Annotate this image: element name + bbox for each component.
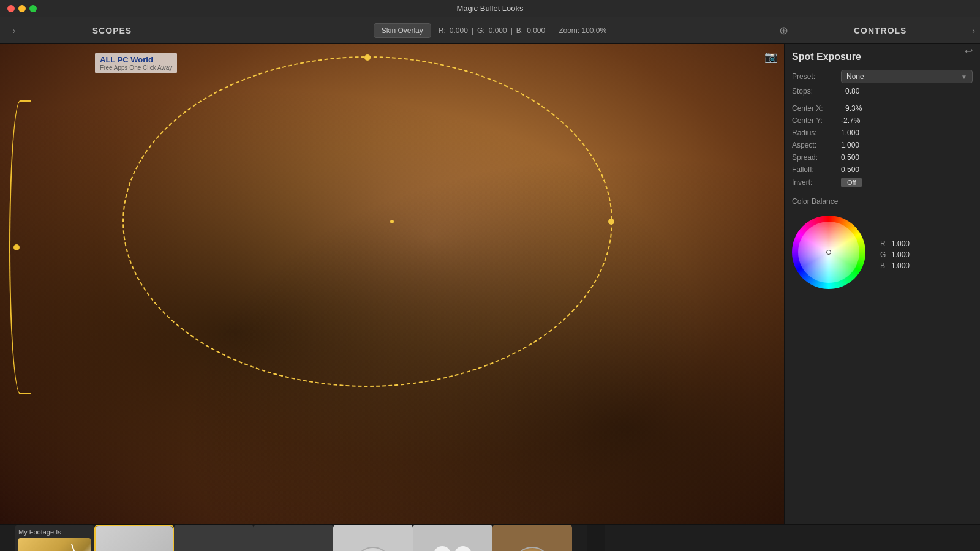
center-y-row: Center Y: -2.7% [792, 116, 973, 125]
invert-label: Invert: [792, 178, 841, 187]
bottom-strip: › My Footage Is Log ⊞ Source ✕ S Spot Ex… [0, 524, 980, 551]
window-title: Magic Bullet Looks [456, 4, 523, 13]
chevron-down-icon: ▼ [961, 73, 967, 80]
spread-label: Spread: [792, 153, 841, 162]
preview-image: ALL PC World Free Apps One Click Away 📷 [0, 44, 784, 524]
color-balance-label: Color Balance [792, 197, 973, 206]
source-card-title: My Footage Is [18, 528, 61, 536]
camera-snapshot-button[interactable]: 📷 [764, 50, 778, 64]
r-channel-value: 1.000 [891, 239, 910, 248]
aspect-row: Aspect: 1.000 [792, 141, 973, 149]
r-value: 0.000 [450, 26, 468, 35]
radius-label: Radius: [792, 129, 841, 137]
scopes-label: SCOPES [23, 26, 201, 36]
effect-card-4way-color[interactable]: ✕ 4-Way Color [413, 525, 492, 551]
film-negative-badge: F [355, 547, 391, 552]
undo-button[interactable]: ↩ [965, 45, 973, 57]
panel-title: Spot Exposure [792, 51, 973, 62]
lens-vignette1-thumbnail [174, 525, 254, 551]
falloff-row: Falloff: 0.500 [792, 165, 973, 174]
film-negative-thumbnail: F [333, 525, 413, 551]
effect-card-lens-vignette-1[interactable]: ✕ Lens Vignette [174, 525, 254, 551]
effect-card-lens-vignette-2[interactable]: ✕ Lens Vignette [254, 525, 333, 551]
r-label: R: [439, 26, 446, 35]
center-x-label: Center X: [792, 104, 841, 113]
center-x-value: +9.3% [841, 104, 973, 113]
source-card[interactable]: My Footage Is Log ⊞ Source [15, 525, 94, 551]
film-print-thumbnail: F [492, 525, 572, 551]
b-row: B 1.000 [880, 261, 910, 270]
top-toolbar: › SCOPES Skin Overlay R: 0.000 | G: 0.00… [0, 17, 980, 44]
tools-label: TOOLS [587, 525, 605, 551]
radius-value: 1.000 [841, 129, 973, 137]
color-wheel-cursor[interactable] [826, 250, 831, 255]
center-x-row: Center X: +9.3% [792, 104, 973, 113]
arc-handle-dot [13, 244, 20, 250]
lens-vignette2-thumbnail [254, 525, 333, 551]
effect-card-film-negative[interactable]: ✕ F [333, 525, 413, 551]
stops-value: +0.80 [841, 87, 973, 96]
r-row: R 1.000 [880, 239, 910, 248]
b-channel-label: B [880, 261, 888, 270]
controls-label: CONTROLS [793, 26, 967, 36]
face-background [0, 44, 784, 524]
source-card-thumbnail [18, 538, 91, 551]
zoom-value: 100.0% [582, 26, 607, 35]
color-wheel-wrapper[interactable] [792, 216, 870, 294]
strip-cards-wrapper: › My Footage Is Log ⊞ Source ✕ S Spot Ex… [0, 525, 980, 551]
aspect-label: Aspect: [792, 141, 841, 149]
b-channel-value: 1.000 [891, 261, 910, 270]
4way-thumbnail [413, 525, 492, 551]
toolbar-center: Skin Overlay R: 0.000 | G: 0.000 | B: 0.… [201, 23, 779, 38]
invert-row: Invert: Off [792, 178, 973, 187]
aspect-value: 1.000 [841, 141, 973, 149]
nav-left-button[interactable]: › [5, 21, 23, 40]
falloff-label: Falloff: [792, 165, 841, 174]
spread-value: 0.500 [841, 153, 973, 162]
toolbar-info: R: 0.000 | G: 0.000 | B: 0.000 Zoom: 100… [439, 26, 606, 35]
toolbar-left: › SCOPES [5, 21, 201, 40]
separator2: | [511, 26, 513, 35]
skin-overlay-button[interactable]: Skin Overlay [374, 23, 431, 38]
color-wheel[interactable] [792, 216, 865, 289]
g-channel-label: G [880, 250, 888, 259]
watermark: ALL PC World Free Apps One Click Away [95, 53, 177, 73]
window-controls[interactable] [7, 5, 37, 12]
right-panel: Spot Exposure Preset: None ▼ Stops: +0.8… [784, 44, 980, 524]
invert-toggle[interactable]: Off [841, 178, 862, 187]
falloff-value: 0.500 [841, 165, 973, 174]
effect-card-film-print[interactable]: ✕ F Film Print [492, 525, 572, 551]
b-label: B: [516, 26, 523, 35]
toolbar-right: ⊕ CONTROLS › [779, 24, 975, 37]
g-label: G: [477, 26, 485, 35]
maximize-button[interactable] [29, 5, 37, 12]
spot-exposure-thumbnail: S [96, 526, 173, 551]
close-button[interactable] [7, 5, 15, 12]
strip-nav-left-button[interactable]: › [0, 525, 15, 551]
minimize-button[interactable] [18, 5, 26, 12]
center-y-label: Center Y: [792, 116, 841, 125]
main-layout: ALL PC World Free Apps One Click Away 📷 … [0, 44, 980, 524]
rgb-values: R 1.000 G 1.000 B 1.000 [880, 239, 910, 270]
zoom-label: Zoom: 100.0% [559, 26, 606, 35]
g-row: G 1.000 [880, 250, 910, 259]
color-picker-icon[interactable]: ⊕ [779, 24, 788, 37]
color-wheel-container: R 1.000 G 1.000 B 1.000 [792, 216, 973, 294]
stops-label: Stops: [792, 87, 841, 96]
controls-nav-right[interactable]: › [972, 26, 975, 36]
preview-area: ALL PC World Free Apps One Click Away 📷 [0, 44, 784, 524]
strip-nav-right-button[interactable]: › [572, 525, 587, 551]
preset-label: Preset: [792, 72, 841, 81]
spread-row: Spread: 0.500 [792, 153, 973, 162]
preset-value: None [846, 72, 864, 81]
stops-row: Stops: +0.80 [792, 87, 973, 96]
b-value: 0.000 [527, 26, 545, 35]
effect-card-spot-exposure[interactable]: ✕ S Spot Exposure [94, 525, 174, 551]
preset-dropdown[interactable]: None ▼ [841, 70, 973, 83]
g-value: 0.000 [489, 26, 507, 35]
thumb-curve-line [71, 544, 89, 551]
r-channel-label: R [880, 239, 888, 248]
spot-thumb-bg: S [96, 526, 173, 551]
radius-row: Radius: 1.000 [792, 129, 973, 137]
g-channel-value: 1.000 [891, 250, 910, 259]
